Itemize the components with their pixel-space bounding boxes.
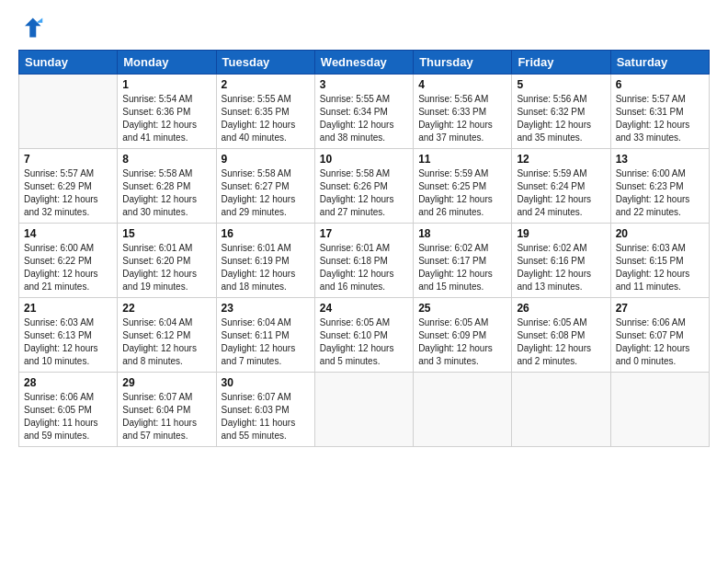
week-row-5: 28Sunrise: 6:06 AM Sunset: 6:05 PM Dayli… [19, 373, 710, 447]
week-row-2: 7Sunrise: 5:57 AM Sunset: 6:29 PM Daylig… [19, 149, 710, 224]
svg-marker-0 [25, 18, 41, 38]
calendar-cell: 13Sunrise: 6:00 AM Sunset: 6:23 PM Dayli… [610, 149, 709, 224]
day-number: 30 [222, 376, 310, 389]
day-info: Sunrise: 6:07 AM Sunset: 6:03 PM Dayligh… [222, 391, 310, 442]
weekday-header-monday: Monday [118, 51, 216, 75]
day-number: 27 [616, 302, 704, 315]
day-info: Sunrise: 5:54 AM Sunset: 6:36 PM Dayligh… [122, 93, 210, 144]
day-number: 16 [222, 227, 310, 240]
day-info: Sunrise: 6:01 AM Sunset: 6:20 PM Dayligh… [122, 242, 210, 293]
day-info: Sunrise: 6:00 AM Sunset: 6:22 PM Dayligh… [24, 242, 112, 293]
day-number: 2 [222, 78, 310, 91]
weekday-header-sunday: Sunday [19, 51, 118, 75]
day-info: Sunrise: 5:59 AM Sunset: 6:24 PM Dayligh… [517, 167, 605, 219]
calendar-cell: 25Sunrise: 6:05 AM Sunset: 6:09 PM Dayli… [414, 298, 512, 373]
day-info: Sunrise: 6:01 AM Sunset: 6:18 PM Dayligh… [320, 242, 408, 293]
calendar-cell: 12Sunrise: 5:59 AM Sunset: 6:24 PM Dayli… [512, 149, 610, 224]
day-number: 8 [122, 153, 210, 166]
day-info: Sunrise: 5:56 AM Sunset: 6:32 PM Dayligh… [517, 93, 605, 144]
calendar-cell [314, 373, 413, 447]
calendar-cell [19, 75, 118, 149]
day-info: Sunrise: 6:07 AM Sunset: 6:04 PM Dayligh… [122, 391, 210, 442]
day-number: 18 [418, 227, 506, 240]
day-number: 25 [418, 302, 506, 315]
calendar-cell: 8Sunrise: 5:58 AM Sunset: 6:28 PM Daylig… [118, 149, 216, 224]
day-number: 7 [24, 153, 112, 166]
weekday-header-row: SundayMondayTuesdayWednesdayThursdayFrid… [19, 51, 710, 75]
day-number: 22 [122, 302, 210, 315]
week-row-1: 1Sunrise: 5:54 AM Sunset: 6:36 PM Daylig… [19, 75, 710, 149]
day-info: Sunrise: 5:56 AM Sunset: 6:33 PM Dayligh… [418, 93, 506, 144]
day-number: 14 [24, 227, 112, 240]
calendar-cell: 17Sunrise: 6:01 AM Sunset: 6:18 PM Dayli… [314, 224, 413, 298]
calendar-cell: 6Sunrise: 5:57 AM Sunset: 6:31 PM Daylig… [610, 75, 709, 149]
day-info: Sunrise: 6:03 AM Sunset: 6:15 PM Dayligh… [616, 242, 704, 293]
calendar-cell: 30Sunrise: 6:07 AM Sunset: 6:03 PM Dayli… [216, 373, 314, 447]
calendar-cell: 24Sunrise: 6:05 AM Sunset: 6:10 PM Dayli… [314, 298, 413, 373]
calendar-cell [414, 373, 512, 447]
day-info: Sunrise: 6:01 AM Sunset: 6:19 PM Dayligh… [222, 242, 310, 293]
day-number: 6 [616, 78, 704, 91]
calendar-cell: 20Sunrise: 6:03 AM Sunset: 6:15 PM Dayli… [610, 224, 709, 298]
calendar-cell: 18Sunrise: 6:02 AM Sunset: 6:17 PM Dayli… [414, 224, 512, 298]
day-info: Sunrise: 6:05 AM Sunset: 6:10 PM Dayligh… [320, 316, 408, 368]
day-info: Sunrise: 6:03 AM Sunset: 6:13 PM Dayligh… [24, 316, 112, 368]
calendar-cell: 4Sunrise: 5:56 AM Sunset: 6:33 PM Daylig… [414, 75, 512, 149]
calendar-cell: 1Sunrise: 5:54 AM Sunset: 6:36 PM Daylig… [118, 75, 216, 149]
calendar-cell: 9Sunrise: 5:58 AM Sunset: 6:27 PM Daylig… [216, 149, 314, 224]
weekday-header-saturday: Saturday [610, 51, 709, 75]
day-info: Sunrise: 5:57 AM Sunset: 6:29 PM Dayligh… [24, 167, 112, 219]
day-info: Sunrise: 5:59 AM Sunset: 6:25 PM Dayligh… [418, 167, 506, 219]
calendar-cell: 7Sunrise: 5:57 AM Sunset: 6:29 PM Daylig… [19, 149, 118, 224]
calendar-cell: 3Sunrise: 5:55 AM Sunset: 6:34 PM Daylig… [314, 75, 413, 149]
calendar-cell: 5Sunrise: 5:56 AM Sunset: 6:32 PM Daylig… [512, 75, 610, 149]
calendar-cell: 26Sunrise: 6:05 AM Sunset: 6:08 PM Dayli… [512, 298, 610, 373]
calendar-cell: 14Sunrise: 6:00 AM Sunset: 6:22 PM Dayli… [19, 224, 118, 298]
day-info: Sunrise: 5:55 AM Sunset: 6:35 PM Dayligh… [222, 93, 310, 144]
day-number: 5 [517, 78, 605, 91]
page: SundayMondayTuesdayWednesdayThursdayFrid… [0, 0, 728, 563]
day-number: 20 [616, 227, 704, 240]
day-number: 9 [222, 153, 310, 166]
day-number: 15 [122, 227, 210, 240]
day-info: Sunrise: 5:58 AM Sunset: 6:27 PM Dayligh… [222, 167, 310, 219]
day-number: 29 [122, 376, 210, 389]
calendar-cell: 29Sunrise: 6:07 AM Sunset: 6:04 PM Dayli… [118, 373, 216, 447]
weekday-header-thursday: Thursday [414, 51, 512, 75]
weekday-header-wednesday: Wednesday [314, 51, 413, 75]
day-info: Sunrise: 6:06 AM Sunset: 6:05 PM Dayligh… [24, 391, 112, 442]
day-info: Sunrise: 6:02 AM Sunset: 6:16 PM Dayligh… [517, 242, 605, 293]
calendar-cell: 16Sunrise: 6:01 AM Sunset: 6:19 PM Dayli… [216, 224, 314, 298]
day-info: Sunrise: 6:06 AM Sunset: 6:07 PM Dayligh… [616, 316, 704, 368]
day-number: 3 [320, 78, 408, 91]
week-row-3: 14Sunrise: 6:00 AM Sunset: 6:22 PM Dayli… [19, 224, 710, 298]
day-number: 1 [122, 78, 210, 91]
day-number: 12 [517, 153, 605, 166]
calendar-cell: 21Sunrise: 6:03 AM Sunset: 6:13 PM Dayli… [19, 298, 118, 373]
day-number: 11 [418, 153, 506, 166]
day-number: 10 [320, 153, 408, 166]
day-info: Sunrise: 5:55 AM Sunset: 6:34 PM Dayligh… [320, 93, 408, 144]
day-info: Sunrise: 5:58 AM Sunset: 6:26 PM Dayligh… [320, 167, 408, 219]
day-number: 13 [616, 153, 704, 166]
day-info: Sunrise: 6:04 AM Sunset: 6:12 PM Dayligh… [122, 316, 210, 368]
day-info: Sunrise: 6:05 AM Sunset: 6:09 PM Dayligh… [418, 316, 506, 368]
weekday-header-tuesday: Tuesday [216, 51, 314, 75]
day-number: 19 [517, 227, 605, 240]
logo [18, 15, 48, 40]
calendar-cell: 10Sunrise: 5:58 AM Sunset: 6:26 PM Dayli… [314, 149, 413, 224]
calendar: SundayMondayTuesdayWednesdayThursdayFrid… [18, 50, 710, 447]
day-number: 26 [517, 302, 605, 315]
header [18, 15, 710, 40]
weekday-header-friday: Friday [512, 51, 610, 75]
day-number: 28 [24, 376, 112, 389]
day-number: 4 [418, 78, 506, 91]
day-number: 21 [24, 302, 112, 315]
svg-marker-1 [36, 18, 42, 23]
logo-icon [18, 15, 44, 40]
calendar-cell: 23Sunrise: 6:04 AM Sunset: 6:11 PM Dayli… [216, 298, 314, 373]
calendar-cell: 11Sunrise: 5:59 AM Sunset: 6:25 PM Dayli… [414, 149, 512, 224]
calendar-cell: 28Sunrise: 6:06 AM Sunset: 6:05 PM Dayli… [19, 373, 118, 447]
calendar-cell [512, 373, 610, 447]
week-row-4: 21Sunrise: 6:03 AM Sunset: 6:13 PM Dayli… [19, 298, 710, 373]
